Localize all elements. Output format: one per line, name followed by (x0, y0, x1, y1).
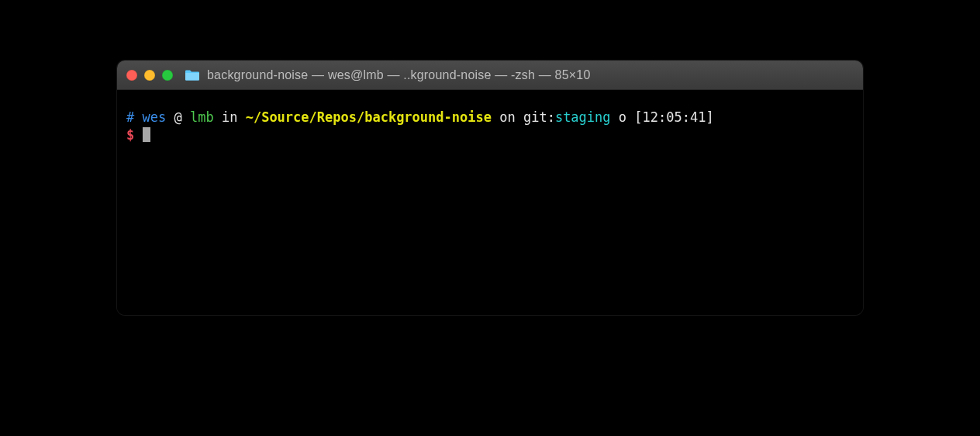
prompt-hash: # (126, 109, 134, 125)
cursor-icon (143, 127, 150, 142)
prompt-dollar: $ (126, 127, 134, 143)
close-icon[interactable] (126, 70, 137, 81)
input-line[interactable]: $ (126, 126, 854, 144)
folder-icon (185, 69, 200, 81)
prompt-line: # wes @ lmb in ~/Source/Repos/background… (126, 109, 854, 126)
prompt-in: in (222, 109, 237, 125)
prompt-user: wes (143, 109, 167, 125)
prompt-git-branch: staging (555, 109, 611, 125)
prompt-path: ~/Source/Repos/background-noise (246, 109, 492, 125)
prompt-host: lmb (190, 109, 214, 125)
prompt-git-status: o (619, 109, 626, 125)
prompt-at: @ (174, 109, 181, 125)
prompt-timestamp: [12:05:41] (634, 109, 713, 125)
terminal-body[interactable]: # wes @ lmb in ~/Source/Repos/background… (117, 90, 863, 315)
window-title: background-noise — wes@lmb — ..kground-n… (207, 68, 591, 82)
prompt-git-label: git: (523, 109, 555, 125)
prompt-on: on (499, 109, 515, 125)
terminal-window: background-noise — wes@lmb — ..kground-n… (117, 61, 863, 315)
titlebar[interactable]: background-noise — wes@lmb — ..kground-n… (117, 61, 863, 90)
zoom-icon[interactable] (162, 70, 173, 81)
minimize-icon[interactable] (144, 70, 155, 81)
